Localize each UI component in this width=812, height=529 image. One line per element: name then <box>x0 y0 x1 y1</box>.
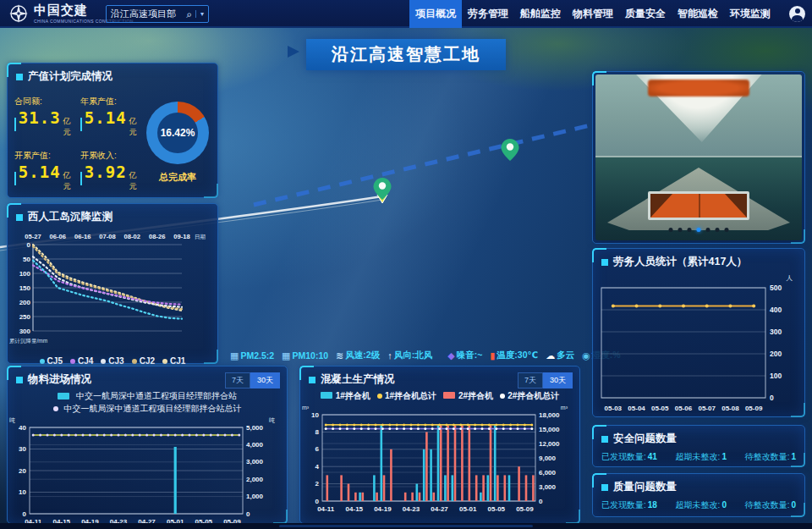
range-7d-button[interactable]: 7天 <box>518 372 543 388</box>
safety-found-count: 41 <box>648 452 657 461</box>
quality-stats: 已发现数量:18 超期未整改:0 待整改数量:0 <box>593 498 804 511</box>
safety-stats: 已发现数量:41 超期未整改:1 待整改数量:1 <box>593 449 804 463</box>
panel-bullet-icon <box>601 259 608 266</box>
panel-bullet-icon <box>601 484 608 491</box>
nav-item-project-overview[interactable]: 项目概况 <box>409 0 462 28</box>
safety-overdue-count: 1 <box>721 452 727 461</box>
material-range-toggle: 7天 30天 <box>225 372 280 388</box>
svg-text:1,000: 1,000 <box>246 493 264 500</box>
panel-bullet-icon <box>16 377 23 383</box>
svg-text:200: 200 <box>770 350 782 358</box>
carousel-dot[interactable] <box>669 228 673 232</box>
svg-text:40: 40 <box>19 424 26 432</box>
bottom-footer-strip <box>0 523 812 529</box>
nav-item-smart-inspection[interactable]: 智能巡检 <box>672 0 724 28</box>
svg-text:04-15: 04-15 <box>346 505 364 513</box>
carousel-dot[interactable] <box>716 228 720 232</box>
contract-value: 31.3 <box>19 110 61 126</box>
env-pm10: ▦PM10:10 <box>282 350 328 361</box>
safety-issues-panel: 安全问题数量 已发现数量:41 超期未整改:1 待整改数量:1 <box>592 425 805 467</box>
svg-text:3,000: 3,000 <box>246 458 264 466</box>
concrete-production-panel: 混凝土生产情况 7天 30天 1#拌合机 1#拌合机总计 2#拌合机 2#拌合机… <box>299 366 580 524</box>
top-header-bar: 中国交建 CHINA COMMUNICATIONS CONSTRUCTION 沿… <box>0 0 812 28</box>
tunnel-model-carousel-panel[interactable] <box>592 71 805 244</box>
noise-icon: ◆ <box>447 350 454 361</box>
carousel-dot[interactable] <box>678 228 683 232</box>
project-search-input[interactable]: 沿江高速项目部 ⌕ ▾ <box>106 5 209 23</box>
svg-text:04-11: 04-11 <box>317 505 335 513</box>
env-wind-dir: ↑风向:北风 <box>387 350 432 361</box>
svg-text:05-27: 05-27 <box>25 233 41 240</box>
range-30d-button[interactable]: 30天 <box>543 372 573 388</box>
settlement-legend: CJ5 CJ4 CJ3 CJ2 CJ1 <box>8 356 217 366</box>
material-inbound-panel: 物料进场情况 7天 30天 中交一航局深中通道工程项目经理部拌合站 中交一航局深… <box>7 366 288 524</box>
svg-text:08-26: 08-26 <box>149 233 165 240</box>
safety-panel-title: 安全问题数量 <box>613 432 677 446</box>
panel-bullet-icon <box>16 74 23 80</box>
wind-speed-icon: ≋ <box>336 350 343 361</box>
range-30d-button[interactable]: 30天 <box>250 372 280 388</box>
svg-text:50: 50 <box>23 256 30 263</box>
output-panel-title: 产值计划完成情况 <box>28 69 112 84</box>
env-wind-speed: ≋风速:2级 <box>336 350 380 361</box>
nav-item-quality-safety[interactable]: 质量安全 <box>619 0 672 28</box>
carousel-dot[interactable] <box>706 228 710 232</box>
carousel-dot[interactable] <box>725 228 729 232</box>
svg-text:m³: m³ <box>561 405 568 411</box>
immersed-tunnel-render <box>595 156 802 240</box>
carousel-dot[interactable] <box>688 228 692 232</box>
chevron-down-icon[interactable]: ▾ <box>195 10 204 18</box>
svg-text:09-18: 09-18 <box>173 233 189 240</box>
tunnel-cross-section <box>648 191 749 220</box>
svg-text:12,000: 12,000 <box>539 440 560 448</box>
temp-icon: ▮ <box>490 350 495 361</box>
svg-text:500: 500 <box>770 284 782 292</box>
env-pm25: ▦PM2.5:2 <box>230 350 274 361</box>
output-plan-panel: 产值计划完成情况 合同额: 31.3 亿元 年累产值: 5.14 亿元 开累产值… <box>7 63 218 198</box>
env-noise: ◆噪音:~ <box>447 350 482 361</box>
material-bar-chart: 01,0002,0003,0004,0005,000010203040吨吨04-… <box>8 415 287 529</box>
quality-pending-count: 0 <box>791 500 796 510</box>
svg-text:05-04: 05-04 <box>628 405 645 412</box>
user-avatar-icon[interactable] <box>789 6 805 22</box>
svg-text:0: 0 <box>539 498 543 505</box>
svg-text:10: 10 <box>19 488 26 496</box>
svg-text:05-06: 05-06 <box>675 405 693 412</box>
svg-text:06-16: 06-16 <box>74 233 91 240</box>
nav-item-material[interactable]: 物料管理 <box>567 0 619 28</box>
svg-text:100: 100 <box>19 270 31 278</box>
completion-percent: 16.42% <box>161 127 195 139</box>
svg-text:4: 4 <box>315 463 320 471</box>
svg-text:04-23: 04-23 <box>403 505 420 513</box>
carousel-dot[interactable] <box>697 228 701 232</box>
labor-stats-panel: 劳务人员统计（累计417人） 0100200300400500人05-0305-… <box>592 248 805 417</box>
nav-item-labor[interactable]: 劳务管理 <box>462 0 514 28</box>
range-7d-button[interactable]: 7天 <box>225 372 250 388</box>
svg-text:05-03: 05-03 <box>605 405 623 412</box>
svg-text:2: 2 <box>315 480 320 488</box>
env-weather: ☁多云 <box>546 350 574 361</box>
svg-text:300: 300 <box>19 328 31 335</box>
weather-icon: ☁ <box>546 350 555 361</box>
cumulative-income-value: 3.92 <box>85 164 127 180</box>
svg-text:04-27: 04-27 <box>431 505 448 513</box>
pm25-icon: ▦ <box>230 350 239 361</box>
wind-dir-icon: ↑ <box>387 350 392 361</box>
search-icon[interactable]: ⌕ <box>186 8 192 20</box>
env-temp: ▮温度:30℃ <box>490 350 538 361</box>
svg-text:m³: m³ <box>302 405 310 411</box>
carousel-dots[interactable] <box>669 228 729 232</box>
svg-text:日期: 日期 <box>195 234 206 240</box>
svg-text:3,000: 3,000 <box>539 483 557 491</box>
nav-item-ship-monitor[interactable]: 船舶监控 <box>514 0 567 28</box>
svg-text:吨: 吨 <box>269 417 275 423</box>
nav-item-environment[interactable]: 环境监测 <box>724 0 776 28</box>
quality-issues-panel: 质量问题数量 已发现数量:18 超期未整改:0 待整改数量:0 <box>592 473 805 517</box>
panel-title-row: 产值计划完成情况 <box>8 63 217 87</box>
svg-text:300: 300 <box>770 328 782 336</box>
svg-text:吨: 吨 <box>9 417 15 423</box>
svg-text:人: 人 <box>787 274 793 282</box>
quality-found-count: 18 <box>648 500 657 510</box>
settlement-panel: 西人工岛沉降监测 05010015020025030005-2706-0606-… <box>7 203 218 364</box>
svg-text:150: 150 <box>19 284 31 292</box>
